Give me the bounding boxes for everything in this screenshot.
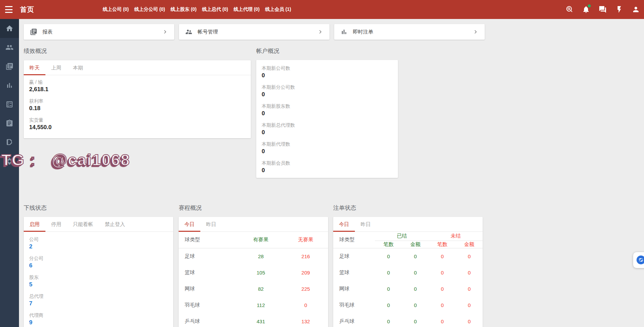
notification-badge [588, 4, 591, 7]
tab-enabled[interactable]: 启用 [24, 217, 45, 231]
downline-section-title: 下线状态 [24, 204, 47, 212]
report-icon [30, 28, 37, 36]
downline-tabs: 启用 停用 只能看帐 禁止登入 [24, 217, 173, 232]
person-icon[interactable] [632, 5, 640, 14]
nav-online-shareholder[interactable]: 线上股东 (0) [170, 6, 197, 13]
table-row: 网球0000 [333, 281, 483, 297]
live-bets-card-label: 即时注单 [353, 29, 373, 35]
settings-gear-icon [5, 157, 14, 165]
chevron-right-icon [162, 29, 168, 35]
stat-companies: 公司2 [29, 236, 168, 251]
performance-section-title: 绩效概况 [24, 47, 47, 55]
stat-new-agents: 本期新代理数0 [262, 141, 393, 156]
column-header-no-result: 无赛果 [283, 232, 328, 248]
main-content: 报表 帐号管理 即时注单 绩效概况 昨天 上周 本期 赢 / 输 2,618.1… [19, 19, 644, 327]
stat-new-members: 本期新会员数0 [262, 160, 393, 175]
saved-search-icon[interactable] [565, 5, 573, 14]
translate-extension-icon [636, 255, 644, 265]
nav-online-member[interactable]: 线上会员 (1) [265, 6, 291, 13]
top-app-bar: 首页 线上公司 (0) 线上分公司 (0) 线上股东 (0) 线上总代 (0) … [0, 0, 644, 19]
sidebar-item-clipboard[interactable] [0, 114, 19, 133]
orders-section-title: 注单状态 [333, 204, 356, 212]
tab-yesterday[interactable]: 昨日 [200, 217, 222, 231]
nav-online-super-agent[interactable]: 线上总代 (0) [202, 6, 228, 13]
chevron-right-icon [472, 29, 479, 35]
sidebar-item-reports[interactable] [0, 57, 19, 76]
chevron-right-icon [317, 29, 323, 35]
notifications-bell-icon[interactable] [582, 5, 590, 14]
report-card-label: 报表 [42, 29, 53, 35]
stat-super-agents: 总代理7 [29, 293, 168, 308]
tab-view-only[interactable]: 只能看帐 [67, 217, 99, 231]
clipboard-icon [5, 119, 14, 127]
tab-last-week[interactable]: 上周 [45, 60, 67, 75]
table-row: 网球82225 [179, 281, 328, 297]
schedule-table: 球类型 有赛果 无赛果 足球28216 篮球105209 网球82225 羽毛球… [179, 232, 328, 327]
page-title: 首页 [20, 5, 34, 14]
sidebar-item-document-edit[interactable] [0, 133, 19, 152]
stat-win-loss: 赢 / 输 2,618.1 [29, 79, 245, 94]
ballot-list-icon [5, 100, 14, 108]
stat-new-branches: 本期新分公司数0 [262, 84, 393, 99]
nav-online-agent[interactable]: 线上代理 (0) [234, 6, 260, 13]
sidebar-item-statistics[interactable] [0, 76, 19, 95]
sub-header-count: 笔数 [375, 241, 402, 248]
stat-branches: 分公司6 [29, 255, 168, 270]
chart-icon [340, 28, 348, 36]
tab-today[interactable]: 今日 [333, 217, 355, 231]
document-edit-icon [5, 138, 14, 146]
orders-card: 今日 昨日 球类型 已结 未结 笔数 金额 笔数 金额 足球0000 篮球000… [333, 217, 483, 327]
users-icon [5, 43, 14, 52]
performance-tabs: 昨天 上周 本期 [24, 60, 251, 75]
group-header-settled: 已结 [375, 232, 429, 241]
menu-icon[interactable] [5, 6, 14, 13]
table-row: 羽毛球0000 [333, 297, 483, 313]
nav-online-branch[interactable]: 线上分公司 (0) [134, 6, 165, 13]
table-row: 羽毛球1120 [179, 297, 328, 313]
home-icon [5, 24, 14, 33]
report-card[interactable]: 报表 [24, 24, 174, 40]
downline-card: 启用 停用 只能看帐 禁止登入 公司2 分公司6 股东5 总代理7 代理商9 [24, 217, 173, 327]
column-header-with-result: 有赛果 [238, 232, 283, 248]
tab-current-period[interactable]: 本期 [67, 60, 89, 75]
online-stats-nav: 线上公司 (0) 线上分公司 (0) 线上股东 (0) 线上总代 (0) 线上代… [103, 0, 291, 19]
live-bets-card[interactable]: 即时注单 [334, 24, 485, 40]
account-icon [185, 28, 193, 36]
stat-shareholders: 股东5 [29, 274, 168, 289]
sub-header-count: 笔数 [429, 241, 456, 248]
table-row: 篮球0000 [333, 264, 483, 281]
sidebar-item-users[interactable] [0, 38, 19, 57]
side-nav [0, 19, 19, 327]
flash-icon[interactable] [615, 5, 623, 14]
column-header-sport: 球类型 [179, 232, 238, 248]
table-row: 乒乓球431132 [179, 313, 328, 327]
accounts-section-title: 帐户概况 [256, 47, 279, 55]
chat-icon[interactable] [599, 5, 607, 14]
orders-table: 球类型 已结 未结 笔数 金额 笔数 金额 足球0000 篮球0000 网球00… [333, 232, 483, 327]
stat-new-companies: 本期新公司数0 [262, 65, 393, 80]
schedule-tabs: 今日 昨日 [179, 217, 328, 232]
table-row: 篮球105209 [179, 264, 328, 281]
sub-header-amount: 金额 [402, 241, 429, 248]
table-row: 足球28216 [179, 248, 328, 264]
performance-card: 昨天 上周 本期 赢 / 输 2,618.1 获利率 0.18 实货量 14,5… [24, 60, 251, 138]
tab-yesterday[interactable]: 昨日 [355, 217, 377, 231]
table-row: 乒乓球0000 [333, 313, 483, 327]
nav-online-company[interactable]: 线上公司 (0) [103, 6, 129, 13]
tab-disabled[interactable]: 停用 [45, 217, 67, 231]
sidebar-item-settings[interactable] [0, 152, 19, 171]
sidebar-item-home[interactable] [0, 19, 19, 38]
stat-new-super-agents: 本期新总代理数0 [262, 122, 393, 137]
account-management-card[interactable]: 帐号管理 [179, 24, 329, 40]
sidebar-item-ballot[interactable] [0, 95, 19, 114]
translate-extension-button[interactable] [633, 252, 644, 268]
tab-yesterday[interactable]: 昨天 [24, 60, 45, 75]
tab-today[interactable]: 今日 [179, 217, 200, 231]
tab-login-forbidden[interactable]: 禁止登入 [99, 217, 131, 231]
schedule-card: 今日 昨日 球类型 有赛果 无赛果 足球28216 篮球105209 网球822… [179, 217, 328, 327]
orders-tabs: 今日 昨日 [333, 217, 483, 232]
stat-profit-rate: 获利率 0.18 [29, 98, 245, 113]
column-header-sport: 球类型 [333, 232, 375, 248]
table-row: 足球0000 [333, 248, 483, 264]
reports-icon [5, 62, 14, 70]
